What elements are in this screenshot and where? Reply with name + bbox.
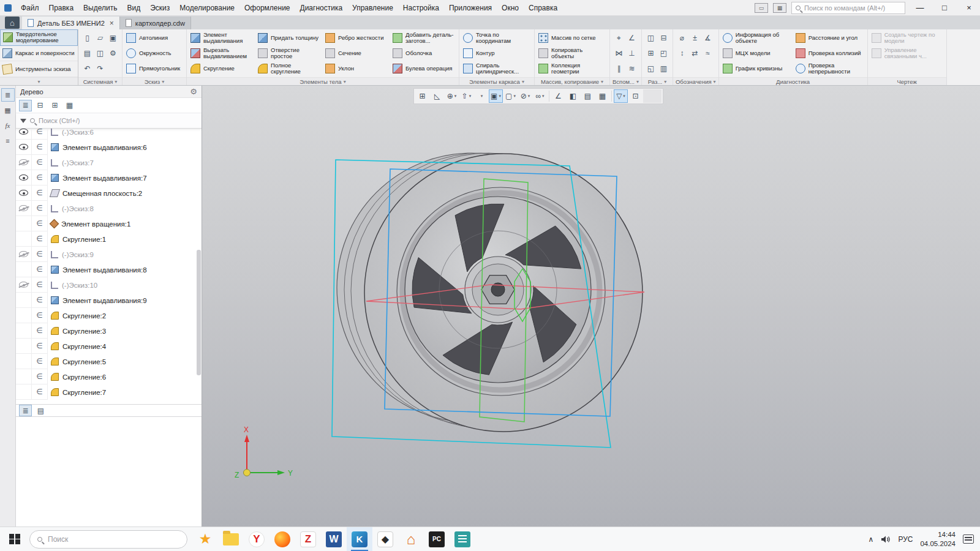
visibility-cell[interactable]	[16, 231, 32, 247]
tray-expand-icon[interactable]: ∧	[869, 535, 874, 544]
layout-icon-2[interactable]: ⊟	[658, 32, 669, 43]
aux-icon-4[interactable]: ⊥	[627, 48, 638, 59]
tab-document-2[interactable]: картхолдер.cdw	[120, 17, 191, 29]
visibility-cell[interactable]	[16, 354, 32, 369]
tree-expand-icon[interactable]: ⊞	[48, 100, 61, 111]
aux-icon-6[interactable]: ≋	[627, 63, 638, 74]
menu-file[interactable]: Файл	[16, 1, 44, 15]
notation-icon-3[interactable]: ∡	[702, 32, 713, 43]
tree-row[interactable]: ∈Скругление:2	[16, 308, 202, 323]
object-info-button[interactable]: Информация об объекте	[720, 30, 793, 45]
taskbar-app-kompas[interactable]: K	[347, 527, 372, 551]
menu-window[interactable]: Окно	[497, 1, 524, 15]
create-drawing-button[interactable]: Создать чертеж по модели	[869, 30, 945, 45]
visibility-cell[interactable]	[16, 308, 32, 323]
tree-row[interactable]: ∈Скругление:5	[16, 354, 202, 369]
group-label-drawing[interactable]: Чертеж	[868, 77, 946, 85]
copy-objects-button[interactable]: Копировать объекты	[536, 45, 608, 61]
tree-row[interactable]: ∈(-)Эскиз:10	[16, 277, 202, 293]
undo-icon[interactable]: ↶	[82, 63, 93, 74]
layout-toggle-icon[interactable]: ▭	[755, 3, 768, 13]
group-label-auxiliary[interactable]: Вспом...	[610, 77, 641, 85]
tab-document-1[interactable]: Деталь БЕЗ ИМЕНИ2 ×	[22, 17, 120, 29]
menu-applications[interactable]: Приложения	[444, 1, 497, 15]
menu-layout[interactable]: Оформление	[239, 1, 295, 15]
notation-icon-5[interactable]: ⇄	[689, 48, 700, 59]
group-label-layout[interactable]: Раз...	[642, 77, 673, 85]
group-label-sketch[interactable]: Эскиз	[123, 77, 186, 85]
geometry-collection-button[interactable]: Коллекция геометрии	[536, 61, 608, 76]
settings-icon[interactable]: ⚙	[108, 48, 119, 59]
menu-view[interactable]: Вид	[122, 1, 145, 15]
distance-angle-button[interactable]: Расстояние и угол	[793, 30, 866, 45]
messages-panel-icon[interactable]: ≡	[1, 134, 15, 148]
tree-row[interactable]: ∈Скругление:7	[16, 384, 202, 400]
simple-hole-button[interactable]: Отверстие простое	[255, 45, 323, 61]
visibility-cell[interactable]	[16, 384, 32, 400]
modes-chevron[interactable]: ▾	[0, 77, 78, 85]
minimize-button[interactable]: —	[910, 1, 930, 15]
gear-icon[interactable]: ⚙	[190, 87, 197, 96]
tree-collapse-icon[interactable]: ⊟	[34, 100, 47, 111]
clip-view-icon[interactable]: ∞	[533, 89, 547, 103]
tree-row[interactable]: ∈Смещенная плоскость:2	[16, 186, 202, 201]
mode-sketch-tools[interactable]: Инструменты эскиза	[0, 61, 78, 77]
print-icon[interactable]: ▤	[82, 48, 93, 59]
tree-row[interactable]: ∈Элемент выдавливания:9	[16, 293, 202, 308]
taskbar-app-z[interactable]: Z	[295, 527, 321, 551]
aux-icon-3[interactable]: ⋈	[614, 48, 625, 59]
filter-icon[interactable]: ▽	[614, 89, 628, 103]
visibility-eye-icon[interactable]	[16, 186, 32, 201]
layout-icon-5[interactable]: ◱	[645, 63, 656, 74]
tree-row[interactable]: ∈Скругление:1	[16, 231, 202, 247]
notation-icon-4[interactable]: ↕	[676, 48, 687, 59]
break-view-icon[interactable]: ▤	[581, 89, 595, 103]
command-search-input[interactable]	[804, 4, 901, 12]
taskbar-app-docs[interactable]	[450, 527, 475, 551]
open-document-icon[interactable]: ▱	[95, 32, 106, 43]
shell-button[interactable]: Оболочка	[390, 45, 458, 61]
save-icon[interactable]: ▣	[108, 32, 119, 43]
tree-row[interactable]: ∈(-)Эскиз:6	[16, 129, 202, 140]
visibility-eye-icon[interactable]	[16, 140, 32, 155]
menu-help[interactable]: Справка	[524, 1, 562, 15]
tree-row[interactable]: ∈Элемент выдавливания:8	[16, 262, 202, 277]
hide-objects-icon[interactable]: ⊘	[518, 89, 532, 103]
layout-icon-3[interactable]: ⊞	[645, 48, 656, 59]
visibility-eye-icon[interactable]	[16, 129, 32, 140]
taskbar-app-pc[interactable]: PC	[424, 527, 450, 551]
visibility-cell[interactable]	[16, 339, 32, 354]
home-button[interactable]: ⌂	[5, 17, 20, 29]
contour-button[interactable]: Контур	[461, 45, 533, 61]
rib-button[interactable]: Ребро жесткости	[323, 30, 390, 45]
redo-icon[interactable]: ↷	[95, 63, 106, 74]
measure-icon[interactable]: ∠	[551, 89, 565, 103]
tree-search-bar[interactable]	[16, 113, 202, 129]
menu-modeling[interactable]: Моделирование	[175, 1, 239, 15]
menu-select[interactable]: Выделить	[78, 1, 122, 15]
mcx-model-button[interactable]: МЦХ модели	[720, 45, 793, 61]
tree-row[interactable]: ∈(-)Эскиз:7	[16, 155, 202, 170]
notation-icon-2[interactable]: ±	[689, 32, 700, 43]
tree-structure-icon[interactable]: ≣	[19, 100, 32, 111]
variables-panel-icon[interactable]: fx	[1, 119, 15, 132]
full-fillet-button[interactable]: Полное скругление	[255, 61, 323, 76]
close-tab-icon[interactable]: ×	[110, 19, 114, 28]
visibility-cell[interactable]	[16, 369, 32, 384]
grid-snap-icon[interactable]: ⊞	[415, 89, 429, 103]
group-label-array-copy[interactable]: Массив, копирование	[535, 77, 609, 85]
tree-row[interactable]: ∈Скругление:3	[16, 323, 202, 339]
menu-diagnostics[interactable]: Диагностика	[295, 1, 348, 15]
tree-row[interactable]: ∈Скругление:4	[16, 339, 202, 354]
tree-scrollbar[interactable]	[197, 250, 201, 375]
grid-array-button[interactable]: Массив по сетке	[536, 30, 608, 45]
section-view-icon[interactable]: ◧	[566, 89, 580, 103]
normal-to-icon[interactable]: ⇧	[459, 89, 473, 103]
taskbar-app-explorer[interactable]	[218, 527, 244, 551]
group-label-diagnostics[interactable]: Диагностика	[719, 77, 867, 85]
section-button[interactable]: Сечение	[323, 45, 390, 61]
tree-panel-icon[interactable]: ≣	[1, 88, 15, 102]
circle-button[interactable]: Окружность	[124, 45, 185, 61]
new-document-icon[interactable]: ▯	[82, 32, 93, 43]
menu-management[interactable]: Управление	[347, 1, 398, 15]
